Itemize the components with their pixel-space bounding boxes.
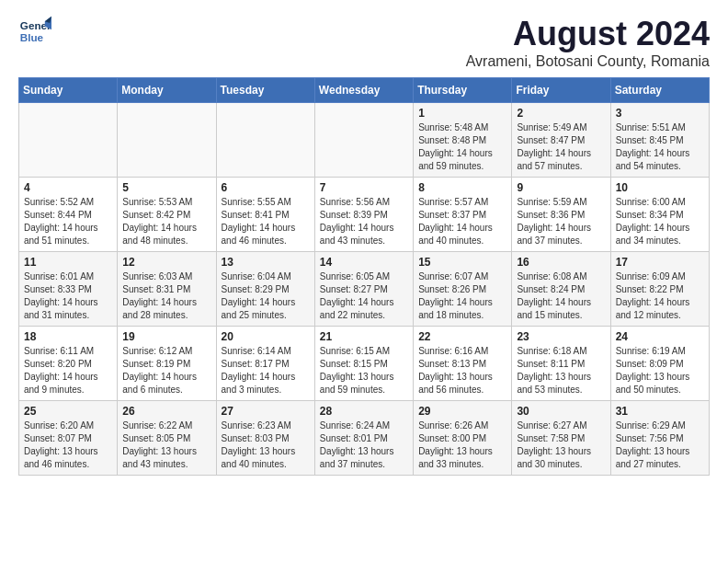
calendar-week-4: 18Sunrise: 6:11 AMSunset: 8:20 PMDayligh… (19, 327, 710, 401)
calendar-cell: 11Sunrise: 6:01 AMSunset: 8:33 PMDayligh… (19, 252, 118, 327)
calendar-cell: 21Sunrise: 6:15 AMSunset: 8:15 PMDayligh… (314, 327, 413, 401)
calendar-cell: 30Sunrise: 6:27 AMSunset: 7:58 PMDayligh… (512, 401, 610, 476)
day-number: 29 (418, 405, 506, 418)
day-info: Sunrise: 6:23 AMSunset: 8:03 PMDaylight:… (222, 419, 310, 471)
header-sunday: Sunday (19, 78, 118, 103)
day-number: 8 (418, 181, 506, 194)
day-number: 14 (320, 256, 408, 269)
calendar-cell: 5Sunrise: 5:53 AMSunset: 8:42 PMDaylight… (118, 178, 216, 252)
calendar-cell: 20Sunrise: 6:14 AMSunset: 8:17 PMDayligh… (216, 327, 314, 401)
day-info: Sunrise: 6:07 AMSunset: 8:26 PMDaylight:… (418, 270, 506, 322)
day-number: 15 (418, 256, 506, 269)
day-number: 24 (616, 330, 704, 343)
day-number: 13 (222, 256, 310, 269)
logo: General Blue (18, 15, 51, 48)
day-number: 27 (222, 405, 310, 418)
calendar-week-3: 11Sunrise: 6:01 AMSunset: 8:33 PMDayligh… (19, 252, 710, 327)
day-info: Sunrise: 6:01 AMSunset: 8:33 PMDaylight:… (24, 270, 112, 322)
calendar-cell: 2Sunrise: 5:49 AMSunset: 8:47 PMDaylight… (512, 103, 610, 178)
title-area: August 2024 Avrameni, Botosani County, R… (466, 15, 710, 70)
day-number: 20 (222, 330, 310, 343)
calendar-cell (19, 103, 118, 178)
day-info: Sunrise: 6:09 AMSunset: 8:22 PMDaylight:… (616, 270, 704, 322)
header-thursday: Thursday (414, 78, 512, 103)
day-info: Sunrise: 5:53 AMSunset: 8:42 PMDaylight:… (122, 196, 210, 247)
calendar-cell (314, 103, 413, 178)
logo-icon: General Blue (18, 15, 51, 48)
calendar-cell: 13Sunrise: 6:04 AMSunset: 8:29 PMDayligh… (216, 252, 314, 327)
day-info: Sunrise: 5:59 AMSunset: 8:36 PMDaylight:… (517, 196, 605, 247)
calendar-cell: 24Sunrise: 6:19 AMSunset: 8:09 PMDayligh… (610, 327, 709, 401)
day-number: 2 (517, 107, 605, 120)
calendar-cell: 7Sunrise: 5:56 AMSunset: 8:39 PMDaylight… (314, 178, 413, 252)
calendar-header-row: SundayMondayTuesdayWednesdayThursdayFrid… (19, 78, 710, 103)
header-tuesday: Tuesday (216, 78, 314, 103)
calendar-cell: 9Sunrise: 5:59 AMSunset: 8:36 PMDaylight… (512, 178, 610, 252)
day-number: 9 (517, 181, 605, 194)
calendar-cell: 29Sunrise: 6:26 AMSunset: 8:00 PMDayligh… (414, 401, 512, 476)
calendar-cell: 1Sunrise: 5:48 AMSunset: 8:48 PMDaylight… (414, 103, 512, 178)
day-info: Sunrise: 6:18 AMSunset: 8:11 PMDaylight:… (517, 345, 605, 396)
calendar-cell: 12Sunrise: 6:03 AMSunset: 8:31 PMDayligh… (118, 252, 216, 327)
day-number: 28 (320, 405, 408, 418)
calendar-week-5: 25Sunrise: 6:20 AMSunset: 8:07 PMDayligh… (19, 401, 710, 476)
page-header: General Blue August 2024 Avrameni, Botos… (18, 15, 710, 70)
calendar-cell: 19Sunrise: 6:12 AMSunset: 8:19 PMDayligh… (118, 327, 216, 401)
day-info: Sunrise: 5:48 AMSunset: 8:48 PMDaylight:… (418, 121, 506, 173)
header-saturday: Saturday (610, 78, 709, 103)
day-info: Sunrise: 6:04 AMSunset: 8:29 PMDaylight:… (222, 270, 310, 322)
calendar-cell: 10Sunrise: 6:00 AMSunset: 8:34 PMDayligh… (610, 178, 709, 252)
day-info: Sunrise: 6:19 AMSunset: 8:09 PMDaylight:… (616, 345, 704, 396)
calendar-cell: 15Sunrise: 6:07 AMSunset: 8:26 PMDayligh… (414, 252, 512, 327)
day-info: Sunrise: 6:22 AMSunset: 8:05 PMDaylight:… (122, 419, 210, 471)
calendar-cell (118, 103, 216, 178)
day-info: Sunrise: 6:08 AMSunset: 8:24 PMDaylight:… (517, 270, 605, 322)
header-friday: Friday (512, 78, 610, 103)
day-number: 10 (616, 181, 704, 194)
day-info: Sunrise: 6:15 AMSunset: 8:15 PMDaylight:… (320, 345, 408, 396)
day-info: Sunrise: 6:00 AMSunset: 8:34 PMDaylight:… (616, 196, 704, 247)
header-wednesday: Wednesday (314, 78, 413, 103)
day-info: Sunrise: 6:24 AMSunset: 8:01 PMDaylight:… (320, 419, 408, 471)
day-info: Sunrise: 6:27 AMSunset: 7:58 PMDaylight:… (517, 419, 605, 471)
day-number: 17 (616, 256, 704, 269)
location-subtitle: Avrameni, Botosani County, Romania (466, 53, 710, 70)
day-number: 3 (616, 107, 704, 120)
calendar-table: SundayMondayTuesdayWednesdayThursdayFrid… (18, 77, 710, 476)
day-number: 30 (517, 405, 605, 418)
calendar-cell: 8Sunrise: 5:57 AMSunset: 8:37 PMDaylight… (414, 178, 512, 252)
day-number: 5 (122, 181, 210, 194)
day-info: Sunrise: 6:12 AMSunset: 8:19 PMDaylight:… (122, 345, 210, 396)
day-number: 12 (122, 256, 210, 269)
calendar-week-2: 4Sunrise: 5:52 AMSunset: 8:44 PMDaylight… (19, 178, 710, 252)
day-number: 26 (122, 405, 210, 418)
day-info: Sunrise: 5:55 AMSunset: 8:41 PMDaylight:… (222, 196, 310, 247)
day-number: 6 (222, 181, 310, 194)
day-number: 21 (320, 330, 408, 343)
calendar-cell: 18Sunrise: 6:11 AMSunset: 8:20 PMDayligh… (19, 327, 118, 401)
calendar-cell: 14Sunrise: 6:05 AMSunset: 8:27 PMDayligh… (314, 252, 413, 327)
day-number: 4 (24, 181, 112, 194)
day-number: 22 (418, 330, 506, 343)
day-info: Sunrise: 6:05 AMSunset: 8:27 PMDaylight:… (320, 270, 408, 322)
day-info: Sunrise: 6:20 AMSunset: 8:07 PMDaylight:… (24, 419, 112, 471)
month-title: August 2024 (466, 15, 710, 53)
day-number: 19 (122, 330, 210, 343)
calendar-cell: 23Sunrise: 6:18 AMSunset: 8:11 PMDayligh… (512, 327, 610, 401)
day-number: 1 (418, 107, 506, 120)
calendar-cell: 31Sunrise: 6:29 AMSunset: 7:56 PMDayligh… (610, 401, 709, 476)
calendar-cell: 4Sunrise: 5:52 AMSunset: 8:44 PMDaylight… (19, 178, 118, 252)
day-info: Sunrise: 5:52 AMSunset: 8:44 PMDaylight:… (24, 196, 112, 247)
day-number: 16 (517, 256, 605, 269)
calendar-cell: 25Sunrise: 6:20 AMSunset: 8:07 PMDayligh… (19, 401, 118, 476)
calendar-cell: 22Sunrise: 6:16 AMSunset: 8:13 PMDayligh… (414, 327, 512, 401)
day-number: 18 (24, 330, 112, 343)
day-number: 31 (616, 405, 704, 418)
day-info: Sunrise: 5:56 AMSunset: 8:39 PMDaylight:… (320, 196, 408, 247)
day-info: Sunrise: 6:03 AMSunset: 8:31 PMDaylight:… (122, 270, 210, 322)
header-monday: Monday (118, 78, 216, 103)
day-number: 11 (24, 256, 112, 269)
day-info: Sunrise: 6:29 AMSunset: 7:56 PMDaylight:… (616, 419, 704, 471)
calendar-cell: 28Sunrise: 6:24 AMSunset: 8:01 PMDayligh… (314, 401, 413, 476)
day-number: 7 (320, 181, 408, 194)
